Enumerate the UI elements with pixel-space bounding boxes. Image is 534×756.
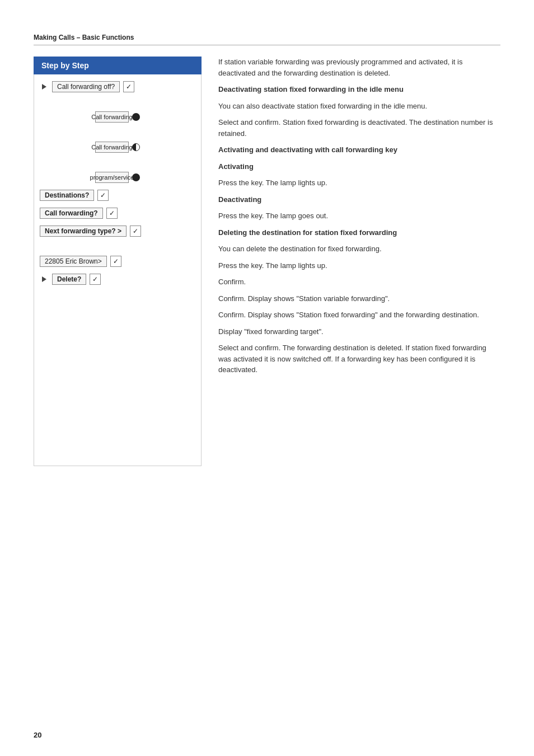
call-forwarding-q-button[interactable]: Call forwarding? bbox=[40, 208, 103, 219]
lamp-half-1 bbox=[132, 143, 140, 151]
lamp-full-1 bbox=[132, 113, 140, 121]
action5: Display "fixed forwarding target". bbox=[218, 326, 500, 337]
eric-brown-button[interactable]: 22805 Eric Brown> bbox=[40, 256, 107, 267]
spacer-1 bbox=[40, 98, 195, 106]
spacer-3 bbox=[40, 158, 195, 166]
lamp-full-2 bbox=[132, 173, 140, 181]
left-panel: Step by Step Call forwarding off? ✓ bbox=[34, 57, 202, 466]
program-service-key[interactable]: program/service bbox=[95, 172, 129, 183]
action3: Confirm. Display shows "Station variable… bbox=[218, 293, 500, 304]
arrow-right-icon-delete bbox=[40, 275, 49, 284]
header-title: Making Calls – Basic Functions bbox=[34, 34, 134, 41]
step-row-program-service: program/service bbox=[40, 171, 195, 184]
action2: Confirm. bbox=[218, 276, 500, 288]
svg-marker-1 bbox=[42, 276, 46, 282]
section3-heading: Deleting the destination for station fix… bbox=[218, 227, 500, 238]
delete-button[interactable]: Delete? bbox=[52, 274, 86, 285]
step-row-destinations: Destinations? ✓ bbox=[40, 189, 195, 202]
spacer-4 bbox=[40, 242, 195, 250]
step-row-call-forwarding-q: Call forwarding? ✓ bbox=[40, 206, 195, 220]
action4: Confirm. Display shows "Station fixed fo… bbox=[218, 309, 500, 321]
action6: Select and confirm. The forwarding desti… bbox=[218, 342, 500, 375]
intro-text: If station variable forwarding was previ… bbox=[218, 57, 500, 78]
section1-text: You can also deactivate station fixed fo… bbox=[218, 101, 500, 112]
left-content: Call forwarding off? ✓ Call forwarding bbox=[34, 74, 202, 466]
arrow-right-icon bbox=[40, 82, 49, 91]
section1-action: Select and confirm. Station fixed forwar… bbox=[218, 117, 500, 139]
spacer-2 bbox=[40, 128, 195, 136]
section3-intro: You can delete the destination for fixed… bbox=[218, 243, 500, 255]
check-box-next-forwarding: ✓ bbox=[130, 226, 141, 237]
step-row-next-forwarding-type: Next forwarding type? > ✓ bbox=[40, 224, 195, 238]
step-row-delete: Delete? ✓ bbox=[40, 273, 195, 286]
call-forwarding-key-deactivate[interactable]: Call forwarding bbox=[95, 142, 129, 153]
step-row-call-forwarding-deactivate: Call forwarding bbox=[40, 140, 195, 154]
call-forwarding-key-activate[interactable]: Call forwarding bbox=[95, 111, 129, 123]
step-row-call-forwarding-activate: Call forwarding bbox=[40, 110, 195, 124]
activating-text: Press the key. The lamp lights up. bbox=[218, 177, 500, 189]
check-box-eric-brown: ✓ bbox=[110, 256, 121, 267]
section2-heading: Activating and deactivating with call fo… bbox=[218, 144, 500, 156]
action1: Press the key. The lamp lights up. bbox=[218, 260, 500, 271]
activating-heading: Activating bbox=[218, 161, 500, 172]
deactivating-heading: Deactivating bbox=[218, 194, 500, 205]
next-forwarding-type-button[interactable]: Next forwarding type? > bbox=[40, 226, 127, 237]
call-forwarding-off-button[interactable]: Call forwarding off? bbox=[52, 81, 120, 92]
deactivating-text: Press the key. The lamp goes out. bbox=[218, 210, 500, 222]
destinations-button[interactable]: Destinations? bbox=[40, 190, 94, 201]
step-row-call-forwarding-off: Call forwarding off? ✓ bbox=[40, 80, 195, 93]
right-panel: If station variable forwarding was previ… bbox=[202, 57, 500, 466]
step-row-eric-brown: 22805 Eric Brown> ✓ bbox=[40, 255, 195, 268]
check-box-call-forwarding: ✓ bbox=[106, 208, 118, 219]
svg-marker-0 bbox=[42, 84, 46, 90]
check-box-destinations: ✓ bbox=[97, 190, 109, 201]
page-number: 20 bbox=[34, 731, 41, 739]
section1-heading: Deactivating station fixed forwarding in… bbox=[218, 84, 500, 95]
check-box-1: ✓ bbox=[123, 81, 134, 92]
page-header: Making Calls – Basic Functions bbox=[34, 34, 500, 45]
check-box-delete: ✓ bbox=[90, 274, 101, 285]
step-by-step-header: Step by Step bbox=[34, 57, 202, 74]
